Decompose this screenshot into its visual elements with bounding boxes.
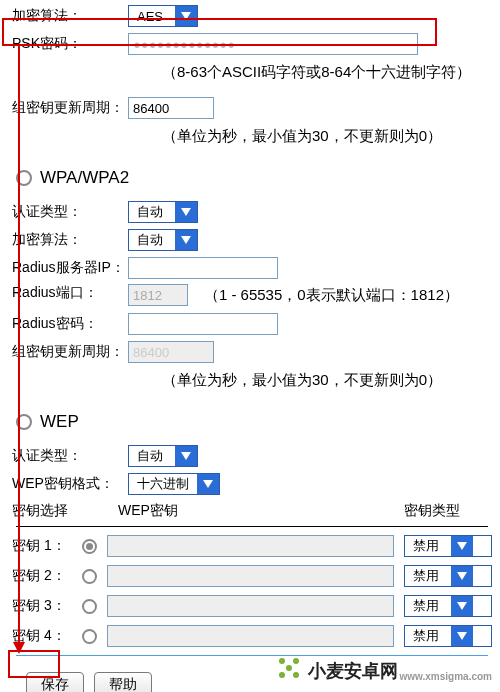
- psk-hint: （8-63个ASCII码字符或8-64个十六进制字符）: [162, 60, 492, 84]
- wpa-group-key-hint: （单位为秒，最小值为30，不更新则为0）: [162, 368, 492, 392]
- radius-port-hint: （1 - 65535，0表示默认端口：1812）: [204, 286, 459, 303]
- wep-section-header[interactable]: WEP: [16, 412, 492, 432]
- wpa-auth-select[interactable]: 自动: [128, 201, 198, 223]
- wep-auth-select[interactable]: 自动: [128, 445, 198, 467]
- chevron-down-icon: [451, 596, 473, 616]
- radius-ip-row: Radius服务器IP：: [12, 256, 492, 280]
- save-button[interactable]: 保存: [26, 672, 84, 692]
- watermark-logo-icon: [276, 655, 302, 686]
- wep-header-type: 密钥类型: [404, 502, 492, 520]
- wpa-group-key-label: 组密钥更新周期：: [12, 343, 128, 361]
- wep-key3-radio[interactable]: [82, 599, 97, 614]
- chevron-down-icon: [451, 626, 473, 646]
- wep-header-key: WEP密钥: [118, 502, 404, 520]
- radius-ip-label: Radius服务器IP：: [12, 259, 128, 277]
- wep-key4-row: 密钥 4： 禁用: [12, 625, 492, 647]
- chevron-down-icon: [451, 566, 473, 586]
- radius-port-label: Radius端口：: [12, 284, 128, 302]
- psk-password-row: PSK密码：: [12, 32, 492, 56]
- wep-key4-radio[interactable]: [82, 629, 97, 644]
- wpa-cipher-label: 加密算法：: [12, 231, 128, 249]
- wpa-title: WPA/WPA2: [40, 168, 129, 188]
- wpa-group-key-input[interactable]: [128, 341, 214, 363]
- radius-pwd-input[interactable]: [128, 313, 278, 335]
- group-key-input[interactable]: [128, 97, 214, 119]
- wep-fmt-value: 十六进制: [129, 474, 197, 494]
- wep-fmt-label: WEP密钥格式：: [12, 475, 128, 493]
- wpa-group-key-row: 组密钥更新周期：: [12, 340, 492, 364]
- cipher-algorithm-select[interactable]: AES: [128, 5, 198, 27]
- wep-fmt-select[interactable]: 十六进制: [128, 473, 220, 495]
- chevron-down-icon: [175, 230, 197, 250]
- wep-key4-type-select[interactable]: 禁用: [404, 625, 492, 647]
- wpa-auth-label: 认证类型：: [12, 203, 128, 221]
- wpa-section-header[interactable]: WPA/WPA2: [16, 168, 492, 188]
- svg-point-1: [293, 658, 299, 664]
- wpa-cipher-value: 自动: [129, 230, 175, 250]
- watermark-sub: www.xmsigma.com: [400, 671, 492, 682]
- chevron-down-icon: [175, 202, 197, 222]
- wep-key3-type-select[interactable]: 禁用: [404, 595, 492, 617]
- wep-key2-label: 密钥 2：: [12, 567, 72, 585]
- group-key-hint: （单位为秒，最小值为30，不更新则为0）: [162, 124, 492, 148]
- wep-key1-type-value: 禁用: [405, 536, 451, 556]
- wpa-auth-value: 自动: [129, 202, 175, 222]
- chevron-down-icon: [175, 6, 197, 26]
- wep-key2-type-value: 禁用: [405, 566, 451, 586]
- help-button[interactable]: 帮助: [94, 672, 152, 692]
- radius-pwd-label: Radius密码：: [12, 315, 128, 333]
- wep-fmt-row: WEP密钥格式： 十六进制: [12, 472, 492, 496]
- wpa-cipher-select[interactable]: 自动: [128, 229, 198, 251]
- wep-key3-row: 密钥 3： 禁用: [12, 595, 492, 617]
- chevron-down-icon: [197, 474, 219, 494]
- wep-key4-type-value: 禁用: [405, 626, 451, 646]
- svg-point-3: [293, 672, 299, 678]
- wep-key1-type-select[interactable]: 禁用: [404, 535, 492, 557]
- group-key-row: 组密钥更新周期：: [12, 96, 492, 120]
- wep-key2-row: 密钥 2： 禁用: [12, 565, 492, 587]
- wep-key1-label: 密钥 1：: [12, 537, 72, 555]
- watermark-name: 小麦安卓网: [308, 659, 398, 683]
- chevron-down-icon: [451, 536, 473, 556]
- wep-key-header: 密钥选择 WEP密钥 密钥类型: [12, 502, 492, 520]
- cipher-algorithm-row: 加密算法： AES: [12, 4, 492, 28]
- chevron-down-icon: [175, 446, 197, 466]
- wep-key1-row: 密钥 1： 禁用: [12, 535, 492, 557]
- group-key-label: 组密钥更新周期：: [12, 99, 128, 117]
- cipher-algorithm-label: 加密算法：: [12, 7, 128, 25]
- radius-pwd-row: Radius密码：: [12, 312, 492, 336]
- cipher-algorithm-value: AES: [129, 6, 175, 26]
- psk-password-label: PSK密码：: [12, 35, 128, 53]
- wep-header-select: 密钥选择: [12, 502, 118, 520]
- settings-form: 加密算法： AES PSK密码： （8-63个ASCII码字符或8-64个十六进…: [0, 0, 500, 692]
- wep-auth-value: 自动: [129, 446, 175, 466]
- radius-port-row: Radius端口： （1 - 65535，0表示默认端口：1812）: [12, 284, 492, 308]
- wep-key3-type-value: 禁用: [405, 596, 451, 616]
- wep-key2-input[interactable]: [107, 565, 394, 587]
- wep-key4-label: 密钥 4：: [12, 627, 72, 645]
- radius-ip-input[interactable]: [128, 257, 278, 279]
- wep-key4-input[interactable]: [107, 625, 394, 647]
- wep-title: WEP: [40, 412, 79, 432]
- divider: [16, 526, 488, 527]
- wep-radio[interactable]: [16, 414, 32, 430]
- wep-key3-input[interactable]: [107, 595, 394, 617]
- wep-key1-radio[interactable]: [82, 539, 97, 554]
- svg-point-2: [279, 672, 285, 678]
- radius-port-input[interactable]: [128, 284, 188, 306]
- svg-point-0: [279, 658, 285, 664]
- wpa-radio[interactable]: [16, 170, 32, 186]
- wep-key1-input[interactable]: [107, 535, 394, 557]
- svg-point-4: [286, 665, 292, 671]
- psk-password-input[interactable]: [128, 33, 418, 55]
- wep-auth-label: 认证类型：: [12, 447, 128, 465]
- wpa-cipher-row: 加密算法： 自动: [12, 228, 492, 252]
- watermark: 小麦安卓网 www.xmsigma.com: [276, 655, 492, 686]
- wep-key2-type-select[interactable]: 禁用: [404, 565, 492, 587]
- wep-key2-radio[interactable]: [82, 569, 97, 584]
- wpa-auth-row: 认证类型： 自动: [12, 200, 492, 224]
- wep-auth-row: 认证类型： 自动: [12, 444, 492, 468]
- wep-key3-label: 密钥 3：: [12, 597, 72, 615]
